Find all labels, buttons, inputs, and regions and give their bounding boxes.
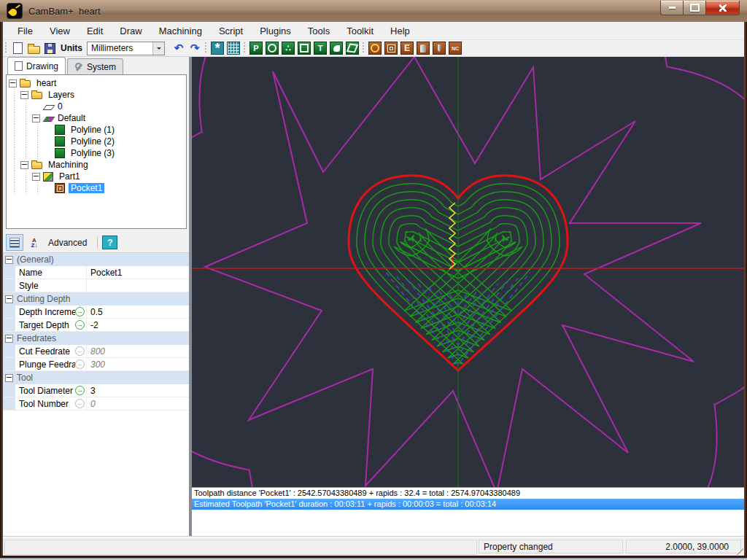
categorized-view-button[interactable] (6, 234, 23, 251)
property-label: Plunge Feedrate (15, 358, 87, 370)
toolbar-grip[interactable] (4, 42, 8, 54)
text-button[interactable] (312, 41, 328, 55)
log-line-duration[interactable]: Estimated Toolpath 'Pocket1' duration : … (192, 499, 744, 510)
collapse-icon[interactable] (5, 256, 13, 264)
tree-guide (32, 136, 44, 147)
value-set-icon[interactable] (75, 320, 85, 330)
property-value[interactable]: 0.5 (87, 307, 189, 317)
engrave-button[interactable] (399, 41, 415, 55)
engrave-icon (400, 42, 414, 55)
tree-item-0[interactable]: 0 (9, 101, 186, 112)
property-value[interactable]: 0 (87, 399, 189, 409)
drawing-canvas[interactable] (192, 57, 744, 487)
tree-item-heart[interactable]: heart (9, 77, 186, 89)
value-default-icon[interactable] (75, 399, 85, 408)
collapse-icon[interactable] (20, 161, 28, 169)
alphabetical-sort-button[interactable]: AZ↓ (26, 235, 42, 250)
collapse-icon[interactable] (9, 79, 17, 88)
toolbar-grip[interactable] (243, 42, 247, 54)
menu-script[interactable]: Script (212, 23, 250, 39)
snap-points-button[interactable] (209, 41, 225, 55)
value-set-icon[interactable] (75, 386, 85, 395)
tree-item-part1[interactable]: Part1 (9, 171, 186, 182)
collapse-icon[interactable] (20, 91, 28, 99)
rectangle-button[interactable] (296, 41, 312, 55)
points-button[interactable] (280, 41, 296, 55)
maximize-icon (690, 4, 700, 12)
tab-drawing[interactable]: Drawing (7, 57, 66, 74)
wrench-icon (74, 63, 83, 71)
collapse-icon[interactable] (5, 295, 13, 303)
menu-edit[interactable]: Edit (80, 23, 110, 39)
drill-button[interactable] (415, 41, 431, 55)
collapse-icon[interactable] (5, 335, 13, 343)
property-category[interactable]: Tool (3, 371, 189, 384)
property-row[interactable]: Style (3, 279, 189, 292)
new-file-button[interactable] (9, 41, 26, 55)
profile-button[interactable] (367, 41, 383, 55)
polyline-button[interactable] (248, 41, 264, 55)
menu-help[interactable]: Help (383, 23, 417, 39)
tree-item-polyline-1-[interactable]: Polyline (1) (9, 124, 186, 136)
save-button[interactable] (42, 41, 58, 55)
help-button[interactable]: ? (102, 236, 117, 249)
property-value[interactable]: 300 (87, 359, 189, 370)
cube-button[interactable] (344, 41, 360, 55)
open-file-button[interactable] (26, 41, 42, 55)
cad-viewport[interactable] (192, 57, 744, 487)
collapse-icon[interactable] (5, 374, 13, 382)
property-value[interactable]: Pocket1 (87, 268, 189, 278)
property-row[interactable]: Plunge Feedrate300 (3, 358, 189, 371)
menu-view[interactable]: View (42, 23, 77, 39)
grid-button[interactable] (225, 41, 241, 55)
collapse-icon[interactable] (32, 114, 40, 122)
property-value[interactable]: -2 (87, 320, 189, 330)
property-category[interactable]: Feedrates (3, 332, 189, 345)
property-row[interactable]: Cut Feedrate800 (3, 345, 189, 358)
undo-button[interactable] (171, 41, 187, 55)
menu-draw[interactable]: Draw (112, 23, 149, 39)
value-default-icon[interactable] (75, 359, 85, 369)
units-combobox[interactable]: Millimeters (87, 42, 165, 55)
property-row[interactable]: Depth Increment0.5 (3, 306, 189, 319)
tree-item-layers[interactable]: Layers (9, 89, 186, 101)
maximize-button[interactable] (684, 1, 706, 15)
collapse-icon[interactable] (32, 173, 40, 181)
menu-machining[interactable]: Machining (152, 23, 209, 39)
property-category[interactable]: (General) (3, 253, 189, 266)
pocket-op-button[interactable] (383, 41, 399, 55)
tree-item-polyline-2-[interactable]: Polyline (2) (9, 136, 186, 147)
tab-system[interactable]: System (67, 58, 123, 74)
property-value[interactable]: 800 (87, 346, 189, 357)
value-default-icon[interactable] (75, 346, 85, 356)
menu-toolkit[interactable]: Toolkit (339, 23, 381, 39)
property-row[interactable]: Tool Number0 (3, 397, 189, 411)
property-row[interactable]: NamePocket1 (3, 266, 189, 279)
property-row[interactable]: Tool Diameter3 (3, 384, 189, 397)
value-set-icon[interactable] (75, 307, 85, 316)
tree-item-default[interactable]: Default (9, 112, 186, 124)
lathe-button[interactable] (431, 41, 447, 55)
circle-button[interactable] (264, 41, 280, 55)
surface-button[interactable] (328, 41, 344, 55)
tree-item-machining[interactable]: Machining (9, 159, 186, 171)
property-value[interactable]: 3 (87, 386, 189, 396)
gcode-button[interactable] (447, 41, 463, 55)
tree-item-polyline-3-[interactable]: Polyline (3) (9, 147, 186, 159)
property-category[interactable]: Cutting Depth (3, 292, 189, 306)
tree-item-pocket1[interactable]: Pocket1 (9, 182, 186, 194)
log-line-distance[interactable]: Toolpath distance 'Pocket1' : 2542.57043… (192, 488, 744, 499)
combo-dropdown-icon[interactable] (152, 42, 164, 55)
menu-plugins[interactable]: Plugins (252, 23, 298, 39)
category-label: Tool (17, 373, 33, 383)
property-row[interactable]: Target Depth-2 (3, 319, 189, 332)
tree-guide (9, 124, 20, 136)
menu-tools[interactable]: Tools (301, 23, 337, 39)
minimize-button[interactable] (660, 1, 684, 15)
menu-file[interactable]: File (10, 23, 40, 39)
advanced-button[interactable]: Advanced (42, 238, 93, 248)
toolbar-grip[interactable] (362, 42, 365, 54)
close-button[interactable] (706, 1, 740, 15)
toolbar-grip[interactable] (204, 42, 208, 54)
redo-button[interactable] (187, 41, 203, 55)
